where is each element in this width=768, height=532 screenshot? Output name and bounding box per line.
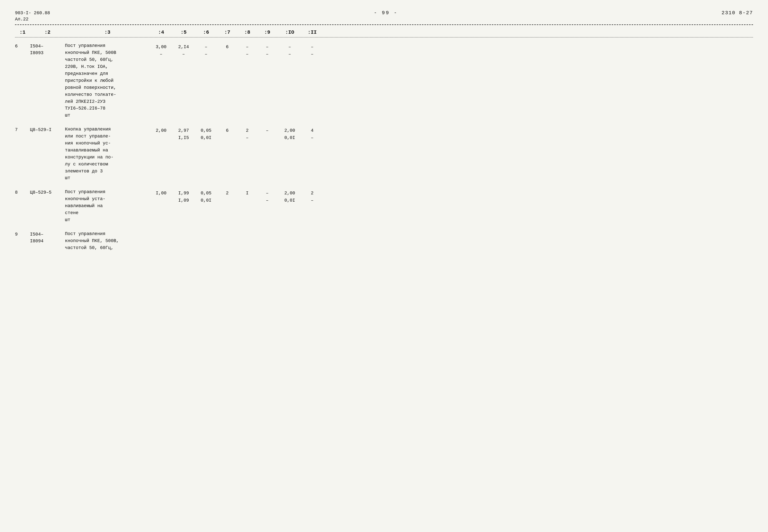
row-c10: ––: [277, 42, 302, 58]
row-c4: 3,00–: [150, 42, 172, 58]
row-code: Ц8–529–5: [30, 189, 65, 196]
row-c8: ––: [237, 42, 257, 58]
header-left: 903-I- 260.88 Ал.22: [15, 10, 50, 22]
row-c11: 2–: [302, 189, 322, 204]
row-c5: [172, 231, 195, 232]
row-c11: [302, 231, 322, 232]
row-c6: 0,050,0I: [195, 126, 217, 141]
row-c10: 2,000,0I: [277, 189, 302, 204]
table-row: 6 I504– I8093 Пост управлениякнопочный П…: [15, 42, 753, 119]
row-c4: I,00: [150, 189, 172, 197]
header-sheet: Ал.22: [15, 16, 50, 22]
col-header-7: :7: [217, 29, 237, 35]
table-row: 8 Ц8–529–5 Пост управлениякнопочный уста…: [15, 189, 753, 223]
row-code: I504– I8093: [30, 42, 65, 56]
col-header-3: :3: [65, 29, 150, 35]
header-doc-code: 2310 8-27: [722, 10, 753, 16]
column-headers-row: :1 :2 :3 :4 :5 :6 :7 :8 :9 :IO :II: [15, 27, 753, 37]
row-c10: [277, 231, 302, 232]
row-c7: [217, 231, 237, 232]
row-c4: [150, 231, 172, 232]
row-c8: [237, 231, 257, 232]
col-header-2: :2: [30, 29, 65, 35]
table-row: 9 I504–I8094 Пост управлениякнопочный ПК…: [15, 231, 753, 252]
row-c6: 0,050,0I: [195, 189, 217, 204]
row-num: 8: [15, 189, 30, 196]
row-c4: 2,00: [150, 126, 172, 134]
row-num: 9: [15, 231, 30, 238]
row-c6: ––: [195, 42, 217, 58]
row-c5: I,99I,09: [172, 189, 195, 204]
row-c8: 2–: [237, 126, 257, 141]
row-c7: 6: [217, 42, 237, 51]
col-header-5: :5: [172, 29, 195, 35]
row-c11: ––: [302, 42, 322, 58]
row-c5: 2,97I,I5: [172, 126, 195, 141]
col-header-11: :II: [302, 29, 322, 35]
col-header-4: :4: [150, 29, 172, 35]
row-code: I504–I8094: [30, 231, 65, 245]
row-c7: 2: [217, 189, 237, 197]
col-header-8: :8: [237, 29, 257, 35]
row-c11: 4–: [302, 126, 322, 141]
row-c8: I: [237, 189, 257, 197]
row-c9: ––: [257, 189, 277, 204]
data-table-body: 6 I504– I8093 Пост управлениякнопочный П…: [15, 42, 753, 258]
row-c9: ––: [257, 42, 277, 58]
row-description: Кнопка управленияили пост управле-ния кн…: [65, 126, 150, 182]
col-header-6: :6: [195, 29, 217, 35]
header-doc-number: 903-I- 260.88: [15, 10, 50, 16]
row-description: Пост управлениякнопочный уста-навливаемы…: [65, 189, 150, 223]
col-header-1: :1: [15, 29, 30, 35]
row-code: Ц8–529–I: [30, 126, 65, 133]
row-c10: 2,000,0I: [277, 126, 302, 141]
col-header-10: :IO: [277, 29, 302, 35]
row-description: Пост управлениякнопочный ПКЕ, 500Вчастот…: [65, 42, 150, 119]
row-num: 6: [15, 42, 30, 50]
row-c9: –: [257, 126, 277, 134]
table-row: 7 Ц8–529–I Кнопка управленияили пост упр…: [15, 126, 753, 182]
col-header-9: :9: [257, 29, 277, 35]
row-num: 7: [15, 126, 30, 133]
page-header: 903-I- 260.88 Ал.22 - 99 - 2310 8-27: [15, 10, 753, 22]
row-c5: 2,I4–: [172, 42, 195, 58]
row-description: Пост управлениякнопочный ПКЕ, 500В,часто…: [65, 231, 150, 252]
top-divider: [15, 24, 753, 25]
header-page-number: - 99 -: [374, 10, 398, 16]
row-c6: [195, 231, 217, 232]
row-c7: 6: [217, 126, 237, 134]
row-c9: [257, 231, 277, 232]
